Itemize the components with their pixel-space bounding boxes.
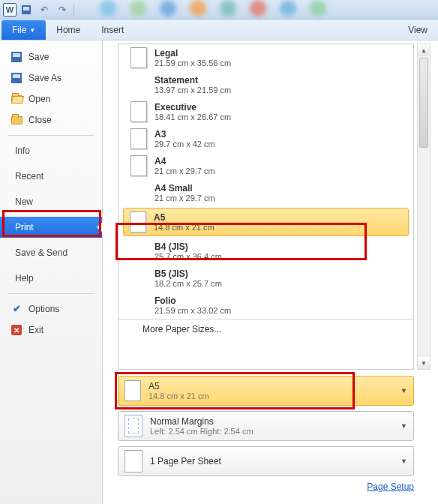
- page-icon: [130, 212, 146, 232]
- save-as-icon: [10, 72, 22, 84]
- save-icon: [10, 51, 22, 63]
- page-setup-link[interactable]: Page Setup: [367, 482, 414, 492]
- open-icon: [10, 93, 22, 105]
- sidebar-item-save[interactable]: Save: [0, 46, 102, 68]
- page-icon: [130, 101, 147, 122]
- chevron-down-icon: ▼: [29, 27, 35, 34]
- page-icon: [130, 47, 147, 68]
- chevron-down-icon: ▼: [400, 422, 407, 430]
- paper-size-executive[interactable]: Executive18.41 cm x 26.67 cm: [118, 98, 413, 125]
- tab-home[interactable]: Home: [46, 20, 91, 40]
- ribbon-tabs: File ▼ Home Insert View: [0, 20, 438, 40]
- qat-undo-icon[interactable]: ↶: [36, 2, 52, 17]
- margins-dropdown[interactable]: Normal Margins Left: 2.54 cm Right: 2.54…: [118, 411, 414, 441]
- tab-view[interactable]: View: [398, 20, 438, 40]
- sheet-icon: [124, 450, 142, 472]
- tab-file[interactable]: File ▼: [2, 20, 46, 40]
- sidebar-label: Open: [28, 94, 50, 104]
- sidebar-separator: [8, 293, 94, 294]
- sidebar-item-exit[interactable]: ✕ Exit: [0, 320, 102, 340]
- paper-size-legal[interactable]: Legal21.59 cm x 35.56 cm: [118, 44, 413, 71]
- sidebar-label: Save: [28, 52, 49, 62]
- sidebar-label: Save As: [28, 73, 62, 83]
- sidebar-item-open[interactable]: Open: [0, 88, 102, 110]
- paper-size-b5[interactable]: B5 (JIS)18.2 cm x 25.7 cm: [118, 265, 413, 292]
- sidebar-item-print[interactable]: Print: [0, 217, 102, 238]
- scroll-up-icon[interactable]: ▲: [418, 44, 430, 56]
- blurred-title-area: [77, 0, 435, 19]
- more-paper-sizes[interactable]: More Paper Sizes...: [118, 319, 413, 339]
- paper-size-folio[interactable]: Folio21.59 cm x 33.02 cm: [118, 292, 413, 319]
- qat-save-icon[interactable]: [18, 2, 34, 17]
- backstage-sidebar: Save Save As Open Close Info Recent New: [0, 40, 103, 504]
- sidebar-item-info[interactable]: Info: [0, 140, 102, 161]
- sidebar-item-new[interactable]: New: [0, 191, 102, 212]
- qat-redo-icon[interactable]: ↷: [54, 2, 70, 17]
- sidebar-label: Exit: [28, 325, 44, 335]
- options-icon: ✔: [10, 303, 22, 315]
- page-icon: [130, 155, 147, 176]
- sidebar-separator: [8, 135, 94, 136]
- scrollbar-vertical[interactable]: ▲ ▼: [417, 44, 430, 370]
- sidebar-item-save-as[interactable]: Save As: [0, 68, 102, 88]
- paper-size-a4[interactable]: A421 cm x 29.7 cm: [118, 152, 413, 179]
- paper-size-b4[interactable]: B4 (JIS)25.7 cm x 36.4 cm: [118, 238, 413, 265]
- scrollbar-thumb[interactable]: [419, 58, 428, 148]
- sidebar-label: Options: [28, 304, 59, 314]
- sidebar-item-options[interactable]: ✔ Options: [0, 298, 102, 320]
- exit-icon: ✕: [10, 324, 22, 336]
- paper-size-dropdown[interactable]: A5 14.8 cm x 21 cm ▼: [118, 376, 414, 406]
- chevron-down-icon: ▼: [400, 458, 407, 465]
- tab-file-label: File: [12, 25, 26, 35]
- sidebar-item-recent[interactable]: Recent: [0, 166, 102, 187]
- sidebar-label: Close: [28, 115, 52, 125]
- paper-size-statement[interactable]: Statement13.97 cm x 21.59 cm: [118, 71, 413, 98]
- sidebar-item-save-send[interactable]: Save & Send: [0, 242, 102, 263]
- margins-icon: [124, 415, 142, 437]
- paper-size-a4-small[interactable]: A4 Small21 cm x 29.7 cm: [118, 179, 413, 206]
- scroll-down-icon[interactable]: ▼: [418, 357, 430, 369]
- title-bar: W ↶ ↷: [0, 0, 438, 20]
- page-icon: [124, 380, 141, 401]
- paper-size-a5[interactable]: A514.8 cm x 21 cm: [123, 208, 409, 236]
- tab-spacer: [134, 20, 398, 40]
- word-app-icon: W: [3, 3, 16, 16]
- qat-separator: [74, 4, 74, 16]
- sidebar-item-close[interactable]: Close: [0, 110, 102, 130]
- paper-size-a3[interactable]: A329.7 cm x 42 cm: [118, 125, 413, 152]
- tab-insert[interactable]: Insert: [91, 20, 134, 40]
- page-icon: [130, 128, 147, 149]
- sidebar-item-help[interactable]: Help: [0, 268, 102, 289]
- paper-size-list[interactable]: Legal21.59 cm x 35.56 cm Statement13.97 …: [118, 44, 414, 370]
- pages-per-sheet-dropdown[interactable]: 1 Page Per Sheet ▼: [118, 446, 414, 476]
- chevron-down-icon: ▼: [400, 387, 407, 394]
- print-pane: ▲ ▼ Legal21.59 cm x 35.56 cm Statement13…: [103, 40, 438, 504]
- close-icon: [10, 114, 22, 126]
